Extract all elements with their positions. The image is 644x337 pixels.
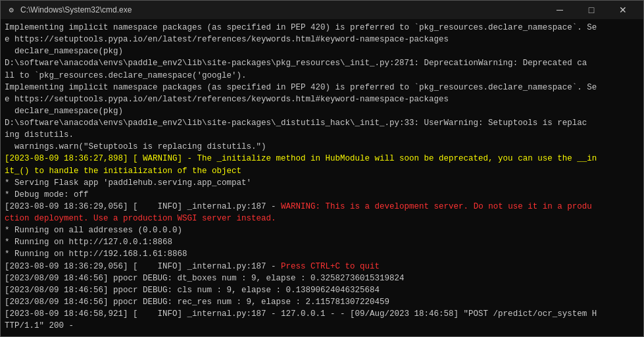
- terminal-line: [2023-08-09 18:46:58,921] [ INFO] _inter…: [5, 308, 639, 320]
- terminal-line: e https://setuptools.pypa.io/en/latest/r…: [5, 34, 639, 57]
- terminal-line: e https://setuptools.pypa.io/en/latest/r…: [5, 93, 639, 117]
- prompt-line: (paddle_env2) D:\projects\Paddle_ocr\Pad…: [5, 336, 639, 336]
- terminal-line: Implementing implicit namespace packages…: [5, 22, 639, 34]
- terminal-line: D:\software\anacoda\envs\paddle_env2\lib…: [5, 117, 639, 129]
- terminal-line: ction deployment. Use a production WSGI …: [5, 213, 639, 224]
- terminal-line: it_() to handle the initialization of th…: [5, 165, 639, 177]
- terminal-line: * Running on http://127.0.0.1:8868: [5, 236, 639, 248]
- window-controls: ─ □ ✕: [545, 1, 638, 19]
- terminal-line: [2023/08/09 18:46:56] ppocr DEBUG: cls n…: [5, 284, 639, 296]
- terminal-line: Implementing implicit namespace packages…: [5, 82, 639, 93]
- cmd-icon: ⚙: [6, 5, 16, 15]
- terminal-line: * Debug mode: off: [5, 189, 639, 201]
- terminal-line: [2023/08/09 18:46:56] ppocr DEBUG: dt_bo…: [5, 272, 639, 284]
- minimize-button[interactable]: ─: [545, 1, 575, 19]
- terminal-line: [2023-08-09 18:36:29,056] [ INFO] _inter…: [5, 201, 639, 213]
- terminal-line: * Serving Flask app 'paddlehub.serving.a…: [5, 177, 639, 189]
- terminal-line: D:\software\anacoda\envs\paddle_env2\lib…: [5, 57, 639, 69]
- title-bar-text: C:\Windows\System32\cmd.exe: [20, 5, 545, 14]
- maximize-button[interactable]: □: [576, 1, 607, 19]
- terminal-line: warnings.warn("Setuptools is replacing d…: [5, 141, 639, 153]
- cmd-window: ⚙ C:\Windows\System32\cmd.exe ─ □ ✕ Impl…: [0, 0, 644, 337]
- close-button[interactable]: ✕: [608, 1, 638, 19]
- terminal-line: * Running on http://192.168.1.61:8868: [5, 248, 639, 260]
- terminal-body[interactable]: Implementing implicit namespace packages…: [1, 19, 643, 336]
- terminal-line: ll to `pkg_resources.declare_namespace('…: [5, 70, 639, 82]
- arrow-icon: ➤: [424, 336, 432, 336]
- terminal-line: * Running on all addresses (0.0.0.0): [5, 224, 639, 236]
- title-bar: ⚙ C:\Windows\System32\cmd.exe ─ □ ✕: [1, 1, 643, 19]
- terminal-line: TTP/1.1" 200 -: [5, 320, 639, 332]
- terminal-line: [2023-08-09 18:36:27,898] [ WARNING] - T…: [5, 153, 639, 165]
- terminal-line: [2023-08-09 18:36:29,056] [ INFO] _inter…: [5, 261, 639, 272]
- terminal-line: ing distutils.: [5, 129, 639, 141]
- terminal-line: [2023/08/09 18:46:56] ppocr DEBUG: rec_r…: [5, 296, 639, 308]
